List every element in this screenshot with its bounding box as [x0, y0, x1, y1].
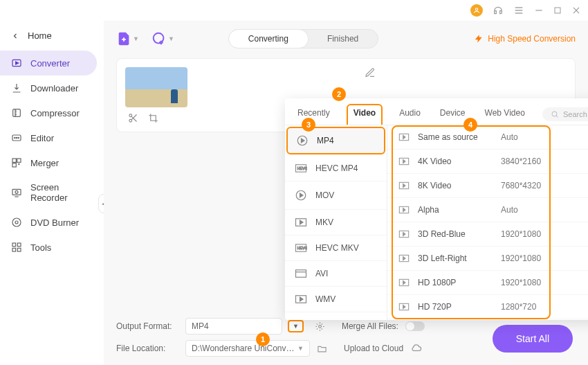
- format-label: MOV: [315, 190, 334, 200]
- resolution-item[interactable]: 8K Video 7680*4320: [387, 174, 588, 198]
- compressor-icon: [11, 107, 22, 118]
- format-item-mp4[interactable]: MP4: [286, 127, 385, 154]
- video-thumbnail[interactable]: [125, 67, 187, 107]
- tab-video[interactable]: Video: [347, 104, 383, 125]
- resolution-value: 3840*2160: [501, 157, 588, 166]
- user-avatar[interactable]: [470, 4, 483, 17]
- resolution-item[interactable]: 4K Video 3840*2160: [387, 150, 588, 174]
- tab-webvideo[interactable]: Web Video: [482, 104, 528, 125]
- sidebar-item-compressor[interactable]: Compressor: [0, 100, 104, 125]
- svg-marker-46: [300, 297, 304, 301]
- svg-marker-40: [300, 220, 304, 224]
- resolution-item[interactable]: 3D Left-Right 1920*1080: [387, 247, 588, 271]
- resolution-name: Alpha: [418, 205, 501, 215]
- svg-marker-62: [403, 281, 405, 284]
- svg-rect-24: [12, 248, 16, 251]
- svg-marker-54: [403, 184, 405, 187]
- video-icon: [398, 278, 410, 287]
- close-icon[interactable]: [571, 6, 581, 15]
- format-icon: HEVC: [295, 163, 307, 173]
- resolution-item[interactable]: Same as source Auto: [387, 125, 588, 150]
- popup-tabs: Recently Video Audio Device Web Video Se…: [285, 98, 588, 125]
- format-item[interactable]: HEVC HEVC MP4: [285, 156, 387, 181]
- sidebar-item-dvd[interactable]: DVD Burner: [0, 210, 104, 235]
- svg-point-20: [12, 218, 21, 226]
- location-select[interactable]: D:\Wondershare UniConverter 1▼: [185, 340, 310, 357]
- svg-rect-18: [12, 189, 21, 195]
- sidebar-item-editor[interactable]: Editor: [0, 125, 104, 150]
- rename-icon[interactable]: [365, 67, 376, 78]
- resolution-name: 8K Video: [418, 181, 501, 190]
- start-all-button[interactable]: Start All: [493, 325, 573, 353]
- sidebar-item-label: Editor: [30, 133, 54, 143]
- folder-icon[interactable]: [317, 344, 327, 354]
- merge-toggle[interactable]: [405, 321, 425, 331]
- titlebar: [0, 0, 588, 21]
- sidebar-item-tools[interactable]: Tools: [0, 235, 104, 260]
- sidebar-item-label: Tools: [30, 242, 51, 253]
- svg-point-14: [18, 137, 19, 138]
- resolution-item[interactable]: HD 1080P 1920*1080: [387, 271, 588, 295]
- crop-icon[interactable]: [148, 113, 158, 123]
- sidebar-item-label: Compressor: [30, 108, 80, 118]
- sidebar-item-merger[interactable]: Merger: [0, 150, 104, 175]
- resolution-item[interactable]: Alpha Auto: [387, 198, 588, 222]
- minimize-icon[interactable]: [534, 6, 544, 15]
- format-item[interactable]: MOV: [285, 181, 387, 210]
- trim-icon[interactable]: [128, 113, 138, 123]
- video-icon: [398, 205, 410, 215]
- maximize-icon[interactable]: [553, 6, 562, 15]
- home-nav[interactable]: Home: [0, 26, 104, 51]
- gear-icon[interactable]: [315, 321, 325, 332]
- cloud-icon[interactable]: [410, 344, 422, 354]
- merger-icon: [11, 157, 22, 168]
- resolution-item[interactable]: 3D Red-Blue 1920*1080: [387, 222, 588, 247]
- home-label: Home: [28, 30, 52, 41]
- sidebar-item-converter[interactable]: Converter: [0, 51, 97, 75]
- resolution-value: Auto: [501, 132, 588, 142]
- format-item[interactable]: MKV: [285, 210, 387, 235]
- menu-icon[interactable]: [513, 5, 524, 16]
- sidebar-item-downloader[interactable]: Downloader: [0, 75, 104, 100]
- status-segment: Converting Finished: [228, 29, 378, 48]
- add-file-button[interactable]: ▼: [116, 31, 139, 46]
- svg-rect-43: [296, 270, 306, 278]
- footer: Output Format: MP4 ▼ Merge All Files: Fi…: [104, 312, 588, 365]
- resolution-name: 4K Video: [418, 157, 501, 166]
- tab-finished[interactable]: Finished: [308, 30, 378, 48]
- format-item[interactable]: HEVC HEVC MKV: [285, 235, 387, 261]
- callout-1: 1: [256, 332, 270, 346]
- output-format-select[interactable]: MP4: [185, 318, 282, 335]
- format-popup: Recently Video Audio Device Web Video Se…: [285, 98, 588, 320]
- svg-marker-64: [403, 305, 405, 308]
- svg-marker-52: [403, 159, 405, 163]
- svg-point-21: [15, 221, 18, 224]
- tools-icon: [11, 242, 22, 253]
- format-icon: HEVC: [295, 243, 307, 253]
- resolution-name: 3D Left-Right: [418, 253, 501, 263]
- tab-converting[interactable]: Converting: [229, 30, 308, 48]
- format-icon: [295, 294, 307, 304]
- svg-rect-5: [555, 8, 560, 13]
- svg-line-32: [556, 116, 558, 118]
- resolution-value: 1920*1080: [501, 253, 588, 263]
- svg-point-0: [475, 8, 477, 10]
- high-speed-toggle[interactable]: High Speed Conversion: [474, 34, 576, 44]
- output-format-dropdown[interactable]: ▼: [288, 320, 304, 332]
- converter-icon: [11, 57, 22, 69]
- format-item[interactable]: WMV: [285, 287, 387, 312]
- tab-audio[interactable]: Audio: [396, 104, 423, 125]
- chevron-down-icon: ▼: [168, 35, 174, 42]
- resolution-item[interactable]: HD 720P 1280*720: [387, 295, 588, 319]
- sidebar-item-recorder[interactable]: Screen Recorder: [0, 175, 104, 210]
- svg-text:HEVC: HEVC: [297, 166, 307, 170]
- search-input[interactable]: Search: [542, 107, 588, 121]
- format-item[interactable]: AVI: [285, 261, 387, 287]
- chevron-down-icon: ▼: [133, 35, 139, 42]
- upload-label: Upload to Cloud: [344, 344, 403, 353]
- video-icon: [398, 132, 410, 142]
- svg-point-19: [15, 190, 18, 193]
- add-dvd-button[interactable]: ▼: [151, 31, 174, 46]
- format-item[interactable]: M4V: [285, 312, 387, 320]
- headset-icon[interactable]: [493, 5, 504, 16]
